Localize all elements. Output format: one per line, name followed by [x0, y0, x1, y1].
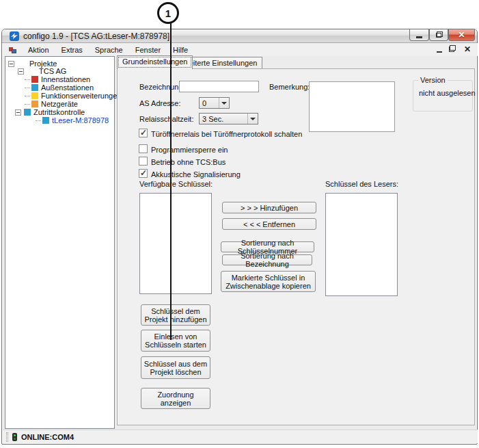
expander-icon[interactable] — [18, 68, 24, 75]
online-status-icon — [12, 433, 17, 441]
tree-item-netzgeraete[interactable]: Netzgeräte — [25, 100, 78, 108]
category-color-icon — [24, 109, 31, 116]
version-groupbox: Version nicht ausgelesen — [413, 80, 473, 111]
category-color-icon — [31, 76, 38, 83]
sort-by-number-button[interactable]: Sortierung nach Schlüsselnummer — [221, 241, 314, 252]
category-color-icon — [31, 101, 38, 107]
tree-item-tcs-ag[interactable]: TCS AG — [18, 67, 66, 75]
checkbox-programmiersperre[interactable] — [139, 144, 148, 153]
device-color-icon — [42, 117, 49, 124]
checkbox-akustische-signalisierung-label: Akkustische Signalisierung — [151, 170, 241, 179]
copy-to-clipboard-button[interactable]: Markierte Schlüssel in Zwischenablage ko… — [221, 271, 316, 292]
remove-keys-button[interactable]: < < < Entfernen — [222, 218, 316, 230]
restore-button[interactable] — [429, 29, 448, 41]
bemerkung-textarea[interactable] — [309, 81, 395, 132]
project-tree: Projekte TCS AG Innenstationen Außenstat… — [5, 56, 115, 429]
tree-item-innenstationen[interactable]: Innenstationen — [25, 75, 90, 83]
close-button[interactable]: ✕ — [448, 29, 475, 41]
as-adresse-label: AS Adresse: — [139, 99, 181, 107]
menu-sprache[interactable]: Sprache — [89, 44, 129, 55]
chevron-down-icon — [247, 114, 258, 124]
tree-item-funktionserweiterungen[interactable]: Funktionserweiterungen — [25, 92, 121, 100]
show-assignment-button[interactable]: Zuordnung anzeigen — [141, 388, 210, 409]
tree-item-tleser[interactable]: tLeser-M:878978 — [36, 116, 109, 124]
restore-icon — [436, 33, 441, 38]
minimize-button[interactable] — [409, 29, 429, 41]
checkbox-tueroeffnerrelais-label: Türöffnerrelais bei Türöffnerprotokoll s… — [151, 130, 302, 138]
mdi-restore-icon[interactable] — [449, 47, 454, 52]
app-icon — [10, 31, 19, 41]
bezeichnung-input[interactable] — [179, 81, 259, 92]
as-adresse-select[interactable]: 0 — [199, 97, 230, 109]
category-color-icon — [31, 92, 38, 99]
bemerkung-label: Bemerkung: — [269, 83, 310, 91]
relaisschaltzeit-label: Relaisschaltzeit: — [139, 115, 193, 123]
menu-extras[interactable]: Extras — [55, 44, 89, 55]
start-reading-keys-button[interactable]: Einlesen von Schlüsseln starten — [141, 330, 210, 352]
chevron-down-icon — [219, 98, 229, 108]
sort-by-name-button[interactable]: Sortierung nach Bezeichnung — [222, 254, 312, 265]
version-label: Version — [418, 76, 448, 84]
mdi-close-icon[interactable]: ✕ — [464, 45, 472, 53]
menu-fenster[interactable]: Fenster — [129, 44, 167, 55]
status-bar: ONLINE:COM4 — [3, 430, 478, 443]
mdi-child-icon[interactable] — [9, 46, 16, 53]
checkbox-betrieb-ohne-tcsbus[interactable] — [139, 157, 148, 166]
available-keys-list[interactable] — [139, 193, 212, 294]
mdi-minimize-icon[interactable] — [437, 47, 442, 53]
add-keys-button[interactable]: > > > Hinzufügen — [222, 202, 316, 213]
checkbox-programmiersperre-label: Programmiersperre ein — [151, 146, 228, 154]
minimize-icon — [416, 36, 422, 38]
connection-status: ONLINE:COM4 — [21, 433, 74, 441]
menu-aktion[interactable]: Aktion — [22, 44, 55, 55]
expander-icon[interactable] — [8, 61, 14, 67]
checkbox-betrieb-ohne-tcsbus-label: Betrieb ohne TCS:Bus — [151, 158, 225, 166]
tree-item-aussenstationen[interactable]: Außenstationen — [25, 83, 94, 92]
reader-keys-list[interactable] — [325, 193, 398, 296]
reader-keys-label: Schlüssel des Lesers: — [325, 180, 398, 188]
checkbox-tueroeffnerrelais[interactable] — [139, 129, 148, 137]
delete-key-from-project-button[interactable]: Schlüssel aus dem Projekt löschen — [141, 356, 210, 379]
relaisschaltzeit-select[interactable]: 3 Sec. — [199, 113, 258, 124]
window-title: configo 1.9 - [TCS AG:tLeser-M:878978] — [23, 31, 169, 41]
callout-line — [170, 23, 172, 340]
category-color-icon — [31, 84, 38, 91]
statusbar-grip — [6, 432, 8, 442]
tree-item-zutrittskontrolle[interactable]: Zutrittskontrolle — [15, 108, 85, 116]
callout-1-badge: 1 — [157, 2, 179, 24]
tab-grundeinstellungen[interactable]: Grundeinstellungen — [117, 55, 193, 69]
checkbox-akustische-signalisierung[interactable] — [139, 169, 148, 178]
add-key-to-project-button[interactable]: Schlüssel dem Projekt hinzufügen — [141, 304, 210, 326]
app-window: configo 1.9 - [TCS AG:tLeser-M:878978] ✕… — [1, 29, 478, 445]
bezeichnung-label: Bezeichnung: — [139, 83, 185, 91]
close-icon: ✕ — [458, 30, 465, 40]
version-value: nicht ausgelesen — [419, 89, 476, 97]
menu-bar: Aktion Extras Sprache Fenster Hilfe ✕ — [3, 43, 478, 56]
title-bar[interactable]: configo 1.9 - [TCS AG:tLeser-M:878978] — [2, 29, 477, 43]
mdi-window-controls: ✕ — [437, 45, 472, 53]
expander-icon[interactable] — [15, 109, 21, 116]
available-keys-label: Verfügbare Schlüssel: — [139, 180, 213, 188]
